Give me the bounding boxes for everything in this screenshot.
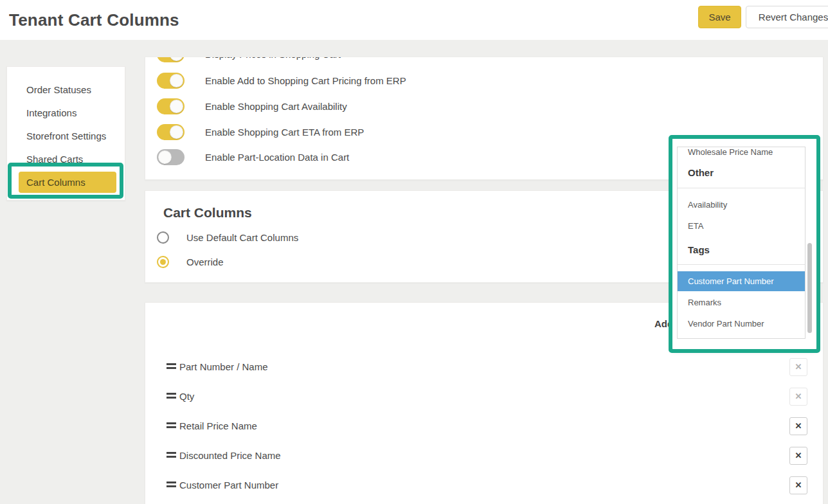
toggle-cart-pricing-erp[interactable] [157, 73, 184, 89]
dropdown-group-header-tags: Tags [678, 240, 805, 260]
column-row-part-number-name: Part Number / Name ✕ [145, 357, 824, 377]
dropdown-group-header-other: Other [678, 163, 805, 183]
sidebar-item-cart-columns-label: Cart Columns [19, 172, 116, 193]
toggle-label: Enable Shopping Cart ETA from ERP [205, 127, 364, 138]
drag-handle-icon[interactable] [166, 482, 176, 489]
dropdown-option-vendor-part-number[interactable]: Vendor Part Number [678, 314, 805, 334]
column-row-discounted-price-name: Discounted Price Name ✕ [145, 446, 824, 465]
remove-column-button[interactable]: ✕ [789, 447, 807, 465]
toggle-label: Enable Shopping Cart Availability [205, 101, 347, 112]
column-row-qty: Qty ✕ [145, 387, 824, 406]
toggle-knob [170, 74, 183, 87]
radio-use-default-cart-columns[interactable]: Use Default Cart Columns [157, 231, 298, 244]
toggle-label: Enable Add to Shopping Cart Pricing from… [205, 75, 406, 86]
column-label: Retail Price Name [179, 420, 257, 433]
sidebar-item-integrations[interactable]: Integrations [7, 102, 125, 125]
drag-handle-icon[interactable] [166, 363, 176, 371]
revert-changes-button[interactable]: Revert Changes [746, 6, 828, 28]
toggle-knob [170, 125, 183, 139]
cart-columns-section-title: Cart Columns [163, 205, 252, 221]
remove-column-button[interactable]: ✕ [789, 388, 807, 406]
dropdown-scrollbar-thumb[interactable] [807, 243, 812, 333]
sidebar-item-cart-columns[interactable]: Cart Columns [7, 172, 125, 195]
sidebar-item-shared-carts[interactable]: Shared Carts [7, 148, 125, 171]
column-options-dropdown: Wholesale Price Name Other Availability … [672, 139, 816, 349]
dropdown-option-customer-part-number[interactable]: Customer Part Number [678, 271, 805, 291]
drag-handle-icon[interactable] [166, 393, 176, 401]
column-row-customer-part-number: Customer Part Number ✕ [145, 476, 824, 495]
drag-handle-icon[interactable] [166, 422, 176, 430]
column-row-retail-price-name: Retail Price Name ✕ [145, 417, 824, 436]
drag-handle-icon[interactable] [166, 452, 176, 460]
radio-dot [160, 259, 166, 265]
toggle-label: Display Prices in Shopping Cart [205, 57, 341, 60]
dropdown-option-remarks[interactable]: Remarks [678, 292, 805, 313]
radio-override[interactable]: Override [157, 255, 224, 268]
dropdown-divider [678, 188, 805, 188]
toggle-display-prices[interactable] [157, 57, 184, 62]
column-label: Customer Part Number [179, 479, 278, 492]
column-label: Discounted Price Name [179, 449, 281, 462]
toggle-cart-availability[interactable] [157, 98, 184, 114]
radio-label: Use Default Cart Columns [186, 232, 298, 243]
toggle-knob [158, 150, 172, 164]
remove-column-button[interactable]: ✕ [789, 476, 807, 494]
dropdown-option-eta[interactable]: ETA [678, 216, 805, 237]
remove-column-button[interactable]: ✕ [789, 358, 807, 376]
sidebar: Order Statuses Integrations Storefront S… [6, 66, 125, 201]
dropdown-divider [678, 264, 805, 265]
header: Tenant Cart Columns Save Revert Changes [0, 0, 828, 40]
column-label: Part Number / Name [179, 361, 268, 374]
dropdown-option-availability[interactable]: Availability [678, 195, 805, 215]
remove-column-button[interactable]: ✕ [789, 417, 807, 435]
radio-circle-icon [157, 256, 169, 268]
page-title: Tenant Cart Columns [9, 10, 179, 30]
toggle-knob [170, 100, 183, 113]
dropdown-option-wholesale-price-name[interactable]: Wholesale Price Name [678, 147, 805, 163]
radio-circle-icon [157, 231, 169, 244]
save-button[interactable]: Save [698, 6, 741, 28]
column-label: Qty [179, 390, 194, 403]
add-column-label: Add [654, 318, 673, 330]
toggle-part-location-data[interactable] [157, 149, 184, 165]
toggle-cart-eta-erp[interactable] [157, 124, 184, 140]
toggle-knob [170, 57, 183, 61]
sidebar-item-storefront-settings[interactable]: Storefront Settings [7, 125, 125, 148]
sidebar-item-order-statuses[interactable]: Order Statuses [7, 78, 125, 102]
dropdown-option-list: Wholesale Price Name Other Availability … [677, 147, 806, 339]
radio-label: Override [186, 256, 224, 267]
toggle-label: Enable Part-Location Data in Cart [205, 152, 349, 163]
